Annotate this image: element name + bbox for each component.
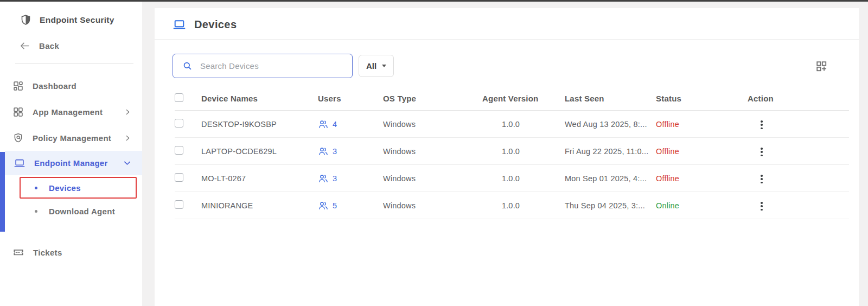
row-checkbox[interactable] xyxy=(175,146,183,155)
agent-version: 1.0.0 xyxy=(482,201,539,210)
status-badge: Offline xyxy=(656,120,679,129)
chevron-right-icon xyxy=(124,135,131,142)
users-count[interactable]: 3 xyxy=(333,174,337,183)
sidebar-item-label: Endpoint Manager xyxy=(34,158,123,168)
row-checkbox[interactable] xyxy=(175,119,183,127)
search-icon xyxy=(182,61,193,71)
users-count[interactable]: 5 xyxy=(333,201,337,210)
endpoint-manager-section: Endpoint Manager Devices Download Agent xyxy=(0,151,142,232)
sidebar-item-label: App Management xyxy=(33,107,124,117)
agent-version: 1.0.0 xyxy=(482,174,539,183)
sidebar-item-tickets[interactable]: Tickets xyxy=(0,239,142,265)
users-count[interactable]: 4 xyxy=(333,120,337,129)
bullet-icon xyxy=(35,210,37,213)
table-row: DESKTOP-I9KOSBP 4 Windows xyxy=(175,111,849,138)
page-title: Devices xyxy=(194,18,237,31)
users-icon xyxy=(318,200,329,211)
os-type: Windows xyxy=(383,120,482,129)
status-badge: Offline xyxy=(656,147,679,156)
row-checkbox[interactable] xyxy=(175,200,183,209)
sidebar-item-label: Policy Management xyxy=(33,133,124,143)
search-input[interactable] xyxy=(200,61,336,71)
column-header-users: Users xyxy=(318,94,383,103)
active-section-rail xyxy=(0,152,5,232)
last-seen: Wed Aug 13 2025, 8:... xyxy=(565,120,656,129)
grid-add-icon[interactable] xyxy=(815,60,827,72)
sidebar-subitem-devices[interactable]: Devices xyxy=(20,177,137,199)
back-button[interactable]: Back xyxy=(0,26,142,50)
sidebar-item-dashboard[interactable]: Dashboard xyxy=(0,73,142,99)
table-row: MO-LT-0267 3 Windows 1 xyxy=(175,165,849,192)
kebab-menu-icon[interactable] xyxy=(755,144,768,160)
sidebar-nav: Dashboard App Management xyxy=(0,73,142,265)
row-checkbox[interactable] xyxy=(175,173,183,182)
table-header-row: Device Names Users OS Type Agent Version… xyxy=(175,87,849,111)
os-type: Windows xyxy=(383,147,482,156)
subitem-label: Download Agent xyxy=(49,207,115,216)
back-arrow-icon xyxy=(20,42,30,50)
select-all-checkbox[interactable] xyxy=(175,93,183,102)
dashboard-icon xyxy=(12,80,24,92)
laptop-icon xyxy=(14,157,25,169)
bullet-icon xyxy=(35,187,37,189)
last-seen: Fri Aug 22 2025, 11:0... xyxy=(565,147,656,156)
users-icon xyxy=(318,146,329,157)
table-row: MINIORANGE 5 Windows 1 xyxy=(175,192,849,219)
users-count[interactable]: 3 xyxy=(333,147,337,156)
agent-version: 1.0.0 xyxy=(482,147,539,156)
sidebar-subitem-download-agent[interactable]: Download Agent xyxy=(20,200,137,222)
chevron-down-icon xyxy=(123,159,131,167)
kebab-menu-icon[interactable] xyxy=(755,199,768,214)
sidebar-divider xyxy=(15,63,133,64)
laptop-icon xyxy=(173,18,186,31)
shield-logo-icon xyxy=(20,14,31,26)
back-label: Back xyxy=(39,41,59,50)
column-header-action: Action xyxy=(748,94,849,103)
filter-dropdown[interactable]: All xyxy=(359,55,394,77)
sidebar: Endpoint Security Back xyxy=(0,2,142,306)
status-badge: Online xyxy=(656,201,679,210)
apps-grid-icon xyxy=(12,106,24,118)
ticket-icon xyxy=(12,246,24,258)
table-row: LAPTOP-OCDE629L 3 Windows xyxy=(175,138,849,165)
device-name: MINIORANGE xyxy=(201,201,318,210)
column-header-os-type: OS Type xyxy=(383,94,482,103)
page-header: Devices xyxy=(155,8,859,40)
device-name: LAPTOP-OCDE629L xyxy=(201,147,318,156)
column-header-agent-version: Agent Version xyxy=(482,94,565,103)
devices-table: Device Names Users OS Type Agent Version… xyxy=(155,87,859,219)
sidebar-item-app-management[interactable]: App Management xyxy=(0,99,142,125)
toolbar: All xyxy=(155,40,859,78)
last-seen: Mon Sep 01 2025, 4:... xyxy=(565,174,656,183)
status-badge: Offline xyxy=(656,174,679,183)
users-icon xyxy=(318,119,329,130)
devices-panel: Devices All xyxy=(155,8,859,306)
main-content: Devices All xyxy=(142,2,868,306)
subitem-label: Devices xyxy=(49,183,81,193)
kebab-menu-icon[interactable] xyxy=(755,171,768,187)
device-name: DESKTOP-I9KOSBP xyxy=(201,120,318,129)
chevron-right-icon xyxy=(124,109,131,116)
column-header-status: Status xyxy=(656,94,748,103)
os-type: Windows xyxy=(383,174,482,183)
app-logo: Endpoint Security xyxy=(0,2,142,26)
sidebar-item-label: Dashboard xyxy=(33,81,142,91)
users-icon xyxy=(318,173,329,184)
policy-shield-icon xyxy=(12,132,24,144)
agent-version: 1.0.0 xyxy=(482,120,539,129)
os-type: Windows xyxy=(383,201,482,210)
app-title: Endpoint Security xyxy=(40,15,114,25)
search-box xyxy=(173,54,353,78)
caret-down-icon xyxy=(382,65,386,67)
column-header-last-seen: Last Seen xyxy=(565,94,656,103)
kebab-menu-icon[interactable] xyxy=(755,117,768,132)
filter-value: All xyxy=(366,61,376,71)
device-name: MO-LT-0267 xyxy=(201,174,318,183)
column-header-device-names: Device Names xyxy=(201,94,318,103)
sidebar-item-policy-management[interactable]: Policy Management xyxy=(0,125,142,151)
sidebar-item-label: Tickets xyxy=(33,248,142,257)
last-seen: Thu Sep 04 2025, 3:... xyxy=(565,201,656,210)
sidebar-item-endpoint-manager[interactable]: Endpoint Manager xyxy=(5,151,142,175)
